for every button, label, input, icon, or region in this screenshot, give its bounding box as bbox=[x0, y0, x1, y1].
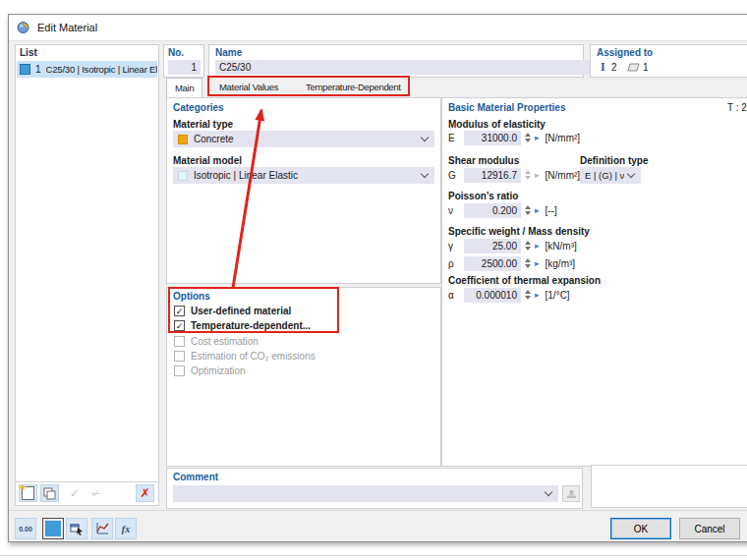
comment-combobox[interactable] bbox=[173, 485, 558, 502]
dialog-title: Edit Material bbox=[37, 22, 97, 33]
rho-symbol: ρ bbox=[448, 258, 464, 269]
poisson-label: Poisson's ratio bbox=[448, 191, 518, 201]
color-swatch-button[interactable] bbox=[42, 518, 64, 539]
tab-temperature-dependent[interactable]: Temperature-Dependent bbox=[298, 78, 409, 97]
definition-type-dropdown[interactable]: E | (G) | ν bbox=[580, 167, 641, 184]
new-material-button[interactable]: ★ bbox=[19, 484, 37, 502]
properties-heading: Basic Material Properties bbox=[448, 102, 566, 113]
tab-main[interactable]: Main bbox=[166, 78, 202, 98]
poisson-row: ν 0.200 ▸ [--] bbox=[448, 202, 557, 218]
detail-arrow-icon[interactable]: ▸ bbox=[535, 205, 540, 215]
material-type-color-swatch bbox=[178, 135, 188, 144]
dialog-titlebar: Edit Material bbox=[9, 15, 747, 41]
e-symbol: E bbox=[448, 133, 464, 143]
color-swatch-icon bbox=[45, 521, 61, 536]
spinner-icon[interactable] bbox=[525, 133, 533, 142]
ok-button[interactable]: OK bbox=[610, 518, 671, 539]
modulus-row: E 31000.0 ▸ [N/mm²] bbox=[448, 130, 580, 145]
material-model-dropdown[interactable]: Isotropic | Linear Elastic bbox=[173, 167, 434, 184]
chevron-down-icon bbox=[545, 488, 552, 496]
gamma-unit: [kN/m³] bbox=[546, 241, 577, 252]
cancel-button[interactable]: Cancel bbox=[679, 518, 740, 539]
checkbox-user-defined-material[interactable]: ✓ User-defined material bbox=[174, 305, 291, 317]
nu-value-field[interactable]: 0.200 bbox=[464, 203, 521, 218]
list-item-index: 1 bbox=[35, 64, 41, 75]
thermal-label: Coefficient of thermal expansion bbox=[448, 275, 601, 286]
categories-panel: Categories Material type Concrete Materi… bbox=[166, 97, 441, 284]
checkbox-co2-emissions: Estimation of CO₂ emissions bbox=[174, 350, 316, 363]
g-symbol: G bbox=[448, 170, 464, 181]
gamma-symbol: γ bbox=[448, 241, 464, 252]
checkbox-unchecked-icon bbox=[174, 351, 185, 362]
material-type-dropdown[interactable]: Concrete bbox=[173, 131, 434, 147]
dialog-footer: 0.00 fx OK Cancel bbox=[9, 510, 747, 542]
list-header: List bbox=[20, 47, 37, 58]
spinner-icon[interactable] bbox=[525, 241, 533, 251]
checkbox-temperature-dependent[interactable]: ✓ Temperature-dependent... bbox=[174, 319, 311, 332]
assigned-label: Assigned to bbox=[597, 47, 653, 58]
options-panel: Options ✓ User-defined material ✓ Temper… bbox=[166, 287, 441, 467]
copy-material-button[interactable] bbox=[40, 484, 59, 502]
deselect-check-button: ✓ bbox=[86, 484, 105, 502]
check-icon: ✓ bbox=[176, 307, 184, 316]
units-decimal-icon: 0.00 bbox=[19, 526, 32, 532]
gamma-value-field[interactable]: 25.00 bbox=[464, 239, 521, 253]
pick-object-icon bbox=[70, 522, 84, 535]
checkbox-label: Temperature-dependent... bbox=[191, 320, 311, 331]
g-value-field[interactable]: 12916.7 bbox=[464, 168, 521, 183]
delete-material-button[interactable]: ✗ bbox=[136, 484, 154, 502]
chevron-down-icon bbox=[627, 170, 635, 178]
page-bottom-rule bbox=[0, 555, 747, 556]
edit-material-dialog: Edit Material List 1 C25/30 | Isotropic … bbox=[8, 14, 747, 542]
surface-icon bbox=[627, 63, 640, 72]
material-model-label: Material model bbox=[173, 155, 242, 166]
material-model-value: Isotropic | Linear Elastic bbox=[194, 170, 418, 181]
checkbox-unchecked-icon bbox=[174, 365, 185, 376]
preview-box bbox=[591, 465, 747, 508]
material-no-field[interactable]: 1 bbox=[168, 60, 201, 75]
alpha-value-field[interactable]: 0.000010 bbox=[464, 288, 521, 303]
alpha-row: α 0.000010 ▸ [1/°C] bbox=[448, 287, 570, 303]
weight-label: Specific weight / Mass density bbox=[448, 226, 590, 237]
delete-x-icon: ✗ bbox=[140, 486, 149, 500]
basic-properties-panel: Basic Material Properties T : 20. Modulu… bbox=[441, 97, 747, 467]
detail-arrow-icon[interactable]: ▸ bbox=[535, 133, 540, 142]
select-check-button: ✓ bbox=[65, 484, 84, 502]
assigned-surfaces-count: 1 bbox=[643, 62, 649, 73]
assigned-members-count: 2 bbox=[611, 62, 617, 73]
modulus-label: Modulus of elasticity bbox=[448, 119, 546, 130]
g-unit: [N/mm²] bbox=[546, 170, 581, 181]
spinner-icon[interactable] bbox=[525, 258, 533, 268]
no-label: No. bbox=[168, 47, 184, 58]
copy-icon bbox=[43, 487, 56, 500]
material-ball-icon bbox=[17, 21, 30, 34]
rho-value-field[interactable]: 2500.00 bbox=[464, 256, 521, 271]
list-item-name: C25/30 | Isotropic | Linear Elastic bbox=[46, 64, 157, 75]
units-settings-button[interactable]: 0.00 bbox=[15, 518, 36, 539]
e-value-field[interactable]: 31000.0 bbox=[464, 131, 521, 145]
detail-arrow-icon[interactable]: ▸ bbox=[535, 258, 540, 268]
new-star-icon: ★ bbox=[19, 482, 27, 492]
categories-heading: Categories bbox=[173, 102, 224, 113]
detail-arrow-icon[interactable]: ▸ bbox=[535, 290, 540, 300]
detail-arrow-icon[interactable]: ▸ bbox=[535, 241, 540, 251]
select-check-icon: ✓ bbox=[70, 487, 79, 500]
comment-heading: Comment bbox=[173, 472, 218, 482]
material-model-color-swatch bbox=[178, 171, 188, 181]
material-list-panel: List 1 C25/30 | Isotropic | Linear Elast… bbox=[15, 44, 159, 506]
spinner-icon[interactable] bbox=[525, 290, 533, 300]
diagram-button[interactable] bbox=[91, 518, 113, 539]
alpha-unit: [1/°C] bbox=[546, 290, 570, 301]
formula-button[interactable]: fx bbox=[115, 518, 137, 539]
assigned-group: Assigned to I 2 1 bbox=[590, 44, 747, 78]
list-item[interactable]: 1 C25/30 | Isotropic | Linear Elastic bbox=[17, 61, 157, 78]
member-icon: I bbox=[601, 60, 605, 75]
checkbox-checked-icon: ✓ bbox=[174, 306, 185, 316]
spinner-icon[interactable] bbox=[525, 205, 533, 215]
diagram-icon bbox=[95, 522, 109, 535]
gamma-row: γ 25.00 ▸ [kN/m³] bbox=[448, 238, 577, 253]
checkbox-optimization: Optimization bbox=[174, 364, 246, 377]
pick-object-button[interactable] bbox=[66, 518, 87, 539]
name-label: Name bbox=[215, 47, 242, 58]
tab-material-values[interactable]: Material Values bbox=[211, 78, 286, 97]
